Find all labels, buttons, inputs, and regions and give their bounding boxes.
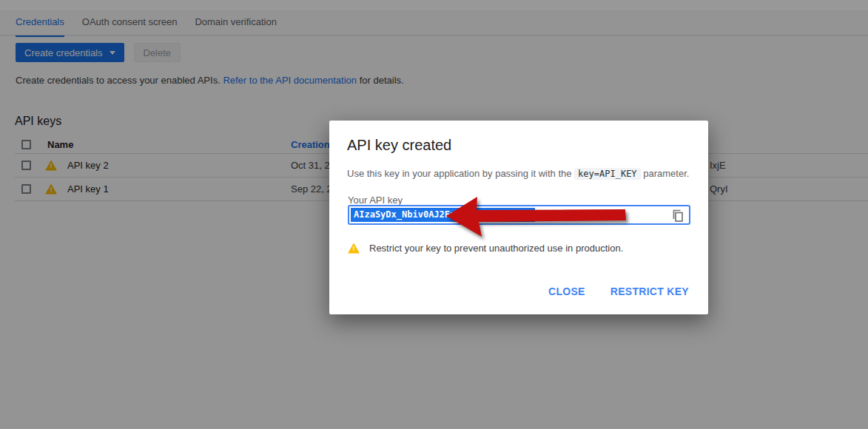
close-button[interactable]: CLOSE: [541, 280, 593, 303]
api-key-input[interactable]: AIzaSyDx_Nbiv0AJ2Fu: [348, 205, 690, 225]
api-key-field-label: Your API key: [348, 195, 403, 206]
restrict-key-button[interactable]: RESTRICT KEY: [603, 280, 696, 303]
api-key-created-dialog: API key created Use this key in your app…: [329, 121, 708, 314]
copy-icon[interactable]: [671, 209, 684, 223]
dialog-body-text: Use this key in your application by pass…: [347, 168, 690, 179]
body-text-before: Use this key in your application by pass…: [347, 168, 574, 179]
dialog-actions: CLOSE RESTRICT KEY: [541, 280, 696, 303]
screen: Credentials OAuth consent screen Domain …: [0, 0, 868, 429]
api-key-selected-text: AIzaSyDx_Nbiv0AJ2Fu: [351, 208, 535, 222]
body-text-after: parameter.: [641, 168, 690, 179]
warning-icon: [348, 243, 360, 254]
dialog-title: API key created: [347, 137, 451, 154]
warning-text: Restrict your key to prevent unauthorize…: [369, 243, 623, 254]
key-parameter-code-chip: key=API_KEY: [574, 168, 640, 180]
header-edge-strip: [0, 0, 868, 10]
restrict-warning: Restrict your key to prevent unauthorize…: [348, 243, 623, 254]
